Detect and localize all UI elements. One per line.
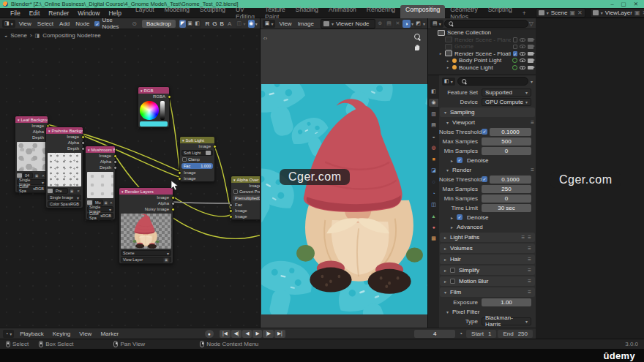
compositor-menu-view[interactable]: View <box>16 20 34 27</box>
vp-max-samples[interactable]: 500 <box>482 137 531 146</box>
node-field[interactable]: Color SpasRGB <box>17 186 46 192</box>
output-socket[interactable] <box>81 141 85 145</box>
editor-type-dropdown[interactable]: ◔▾ <box>3 330 14 338</box>
outliner-row[interactable]: Render Scene - Plane <box>428 37 536 44</box>
snapping-icon[interactable]: ◫ <box>236 20 242 28</box>
output-socket[interactable] <box>113 160 117 164</box>
outliner-row[interactable]: ▸Body Point Light <box>428 57 536 64</box>
current-frame-field[interactable]: 4 <box>414 330 455 338</box>
properties-tab-object[interactable]: ■ <box>429 155 438 163</box>
value-slider[interactable]: Premultiplied0.000 <box>233 195 260 201</box>
compositor-menu-add[interactable]: Add <box>56 20 72 27</box>
unlink-scene-icon[interactable]: ✕ <box>577 10 583 16</box>
node-checkbox[interactable]: Clamp <box>180 157 214 162</box>
exclude-checkbox[interactable]: ✓ <box>513 51 518 56</box>
panel-simplify[interactable]: ▸Simplify≡ <box>440 265 535 275</box>
pin-icon[interactable]: ⊙ <box>132 20 137 27</box>
disable-render-icon[interactable] <box>528 59 533 63</box>
advanced-toggle[interactable]: ▸Advanced <box>449 222 535 231</box>
sidebar-toggle-icon[interactable]: ‹› <box>263 35 267 42</box>
panel-hair[interactable]: ▸Hair≡ <box>440 254 535 264</box>
editor-type-dropdown[interactable]: ▤▾ <box>430 20 443 28</box>
node-checkbox[interactable]: Convert Premultip <box>231 189 260 195</box>
disable-render-icon[interactable] <box>528 66 533 70</box>
hide-viewport-icon[interactable] <box>520 59 525 62</box>
node-header[interactable]: ▾RGB <box>138 87 169 94</box>
vp-noise-checkbox[interactable]: ✓ <box>482 129 487 135</box>
jump-to-end-button[interactable]: ▶| <box>274 330 285 338</box>
node-leaf[interactable]: ▾Leaf BackgroundImageAlphaDepth04▣✕Singl… <box>15 116 48 193</box>
unlink-icon[interactable]: ✕ <box>75 189 81 194</box>
auto-keying-button[interactable]: ● <box>205 330 214 338</box>
node-header[interactable]: ▾Leaf Background <box>15 116 48 123</box>
r-max-samples[interactable]: 250 <box>482 185 531 193</box>
new-layer-icon[interactable]: ▣ <box>634 10 640 16</box>
node-field[interactable]: Single Image▾ <box>48 195 81 200</box>
fake-user-icon[interactable]: ▣ <box>69 189 75 194</box>
panel-motion-blur[interactable]: ▸Motion Blur≡ <box>440 276 535 286</box>
image-b-icon[interactable]: ◧ <box>194 20 201 28</box>
zoom-icon[interactable] <box>414 34 421 40</box>
channel-g-button[interactable]: G <box>211 20 218 27</box>
output-socket[interactable] <box>171 202 175 205</box>
overlays-icon[interactable]: ◉ <box>248 20 255 28</box>
node-mushroom[interactable]: ▾Mushroom BackgImageAlphaDepthMu▣✕Single… <box>85 146 116 220</box>
properties-tab-texture[interactable]: ▩ <box>429 235 438 243</box>
value-slider[interactable] <box>160 101 165 120</box>
image-datablock-row[interactable]: Pre▣✕ <box>48 188 81 194</box>
hide-viewport-icon[interactable] <box>520 38 525 42</box>
properties-tab-object-data[interactable]: ▲ <box>429 212 438 220</box>
display-channels-icon[interactable]: ◑ <box>402 20 411 28</box>
output-socket[interactable] <box>113 166 117 170</box>
menu-help[interactable]: Help <box>104 10 125 17</box>
menu-file[interactable]: File <box>6 10 25 17</box>
panel-film[interactable]: ▾Film≡ <box>440 287 535 297</box>
output-socket[interactable] <box>171 208 175 211</box>
node-field[interactable]: Color SpasRGB <box>87 213 113 219</box>
compositor-menu-node[interactable]: Node <box>72 20 92 27</box>
motion-blur-checkbox[interactable] <box>450 279 455 284</box>
editor-type-dropdown[interactable]: ▣▾ <box>263 20 276 28</box>
node-canvas[interactable]: ◒ Scene › ◨ Compositing Nodetree ▾Leaf B… <box>0 29 260 328</box>
timeline-menu-keying[interactable]: Keying <box>48 331 75 337</box>
exclude-checkbox[interactable] <box>513 45 518 50</box>
denoise-checkbox[interactable]: ✓ <box>457 157 463 163</box>
exclude-checkbox[interactable] <box>513 37 518 42</box>
channel-alpha-button[interactable]: A <box>226 20 233 27</box>
editor-type-dropdown[interactable]: ◧▾ <box>442 78 455 86</box>
minimize-button[interactable]: – <box>610 1 613 7</box>
image-menu-view[interactable]: View <box>276 20 294 27</box>
options-icon[interactable]: ▾ <box>531 79 533 84</box>
node-prehnite[interactable]: ▾Prehnite BackgroImageAlphaDepthPre▣✕Sin… <box>45 127 83 208</box>
color-wheel[interactable] <box>140 101 159 120</box>
simplify-checkbox[interactable] <box>450 268 455 273</box>
node-alphaover[interactable]: ▾Alpha OverImageConvert PremultipPremult… <box>231 176 260 220</box>
panel-light-paths[interactable]: ▸Light Paths≡ ≡ <box>440 233 535 242</box>
panel-volumes[interactable]: ▸Volumes≡ <box>440 244 535 253</box>
image-a-icon[interactable]: ▣ <box>187 20 193 28</box>
open-image-icon[interactable]: ▤ <box>385 20 393 28</box>
properties-tab-view-layer[interactable]: ▤ <box>429 121 438 129</box>
frame-end-field[interactable]: End250 <box>498 330 533 338</box>
device-dropdown[interactable]: GPU Compute▾ <box>482 98 531 106</box>
menu-edit[interactable]: Edit <box>25 10 45 17</box>
add-workspace-button[interactable]: + <box>517 9 531 18</box>
preset-icon[interactable]: ≡ <box>531 167 535 173</box>
editor-type-dropdown[interactable]: ◨▾ <box>2 20 15 28</box>
properties-tab-material[interactable]: ● <box>429 223 438 231</box>
node-header[interactable]: ▾Mushroom Backg <box>86 146 115 153</box>
outliner-row[interactable]: Gnome <box>428 43 536 50</box>
output-socket[interactable] <box>81 135 85 139</box>
time-limit[interactable]: 30 sec <box>482 204 531 212</box>
color-swatch[interactable] <box>140 121 168 127</box>
node-field[interactable]: View Layer▣ <box>121 257 171 263</box>
node-header[interactable]: ▾Prehnite Backgro <box>46 127 83 134</box>
unlink-image-icon[interactable]: ✕ <box>394 20 402 28</box>
r-noise-value[interactable]: 0.1000 <box>490 176 531 184</box>
exposure-value[interactable]: 1.00 <box>482 298 531 306</box>
hide-viewport-icon[interactable] <box>520 45 525 48</box>
filter-icon[interactable]: ▽ <box>529 20 533 27</box>
maximize-button[interactable]: ▢ <box>621 1 626 7</box>
channel-b-button[interactable]: B <box>219 20 225 27</box>
view-layer-selector[interactable]: ▾ ViewLayer ▣✕ <box>590 8 644 18</box>
